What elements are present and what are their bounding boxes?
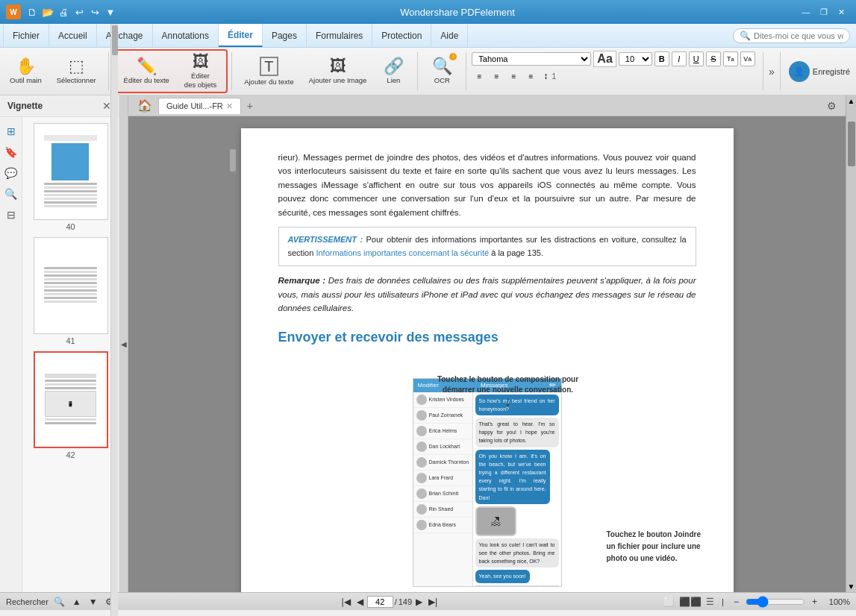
tool-group-add: T Ajouter du texte 🖼 Ajouter une Image 🔗… — [234, 49, 415, 93]
zoom-out-btn[interactable]: − — [731, 597, 741, 607]
doc-page: rieur). Messages permet de joindre des p… — [241, 128, 734, 592]
avatar-1 — [416, 395, 427, 405]
zoom-slider[interactable] — [746, 596, 805, 608]
menu-editer[interactable]: Éditer — [219, 24, 263, 47]
scroll-up-btn[interactable]: ▲ — [846, 95, 856, 107]
avatar-4 — [416, 441, 427, 452]
edit-text-btn[interactable]: ✏️ Éditer du texte — [117, 51, 176, 92]
menu-formulaires[interactable]: Formulaires — [307, 24, 372, 47]
home-tab-btn[interactable]: 🏠 — [131, 95, 158, 116]
search-side-btn[interactable]: 🔍 — [1, 184, 21, 204]
link-btn[interactable]: 🔗 Lien — [375, 51, 412, 92]
thumbnail-page-42[interactable]: 📱 42 — [34, 351, 108, 459]
ocr-label: OCR — [434, 76, 450, 84]
add-image-btn[interactable]: 🖼 Ajouter une Image — [302, 51, 374, 92]
superscript-btn[interactable]: Ta — [723, 51, 738, 66]
bookmark-btn[interactable]: 🔖 — [1, 142, 21, 162]
search-box[interactable]: 🔍 — [733, 28, 850, 43]
last-page-btn[interactable]: ▶| — [426, 597, 440, 607]
font-family-select[interactable]: Tahoma — [472, 52, 591, 66]
doc-scroll[interactable]: rieur). Messages permet de joindre des p… — [128, 116, 846, 592]
search-down-btn[interactable]: ▼ — [87, 597, 100, 607]
search-up-btn[interactable]: ▲ — [70, 597, 84, 607]
doc-tab-main[interactable]: Guide Util...-FR ✕ — [158, 98, 241, 114]
double-page-btn[interactable]: ⬛⬛ — [679, 597, 702, 607]
edit-obj-btn[interactable]: 🖼 Éditer des objets — [178, 51, 223, 92]
doc-tab-close-btn[interactable]: ✕ — [226, 101, 233, 111]
font-size-select[interactable]: 10 — [619, 52, 652, 66]
align-right-btn[interactable]: ≡ — [506, 69, 521, 84]
edit-obj-icon: 🖼 — [193, 54, 209, 70]
line-height-icon: ↕ — [543, 71, 548, 81]
iphone-input[interactable]: Envoyer — [475, 585, 559, 588]
dropdown-button[interactable]: ▼ — [104, 5, 117, 19]
caption-3: Touchez le bouton Joindre — [607, 529, 704, 541]
menu-pages[interactable]: Pages — [263, 24, 307, 47]
tool-group-ocr: ! 🔍 OCR — [420, 49, 463, 93]
notice-link[interactable]: Informations importantes concernant la s… — [316, 248, 489, 257]
italic-btn[interactable]: I — [672, 51, 687, 66]
single-page-btn[interactable]: ⬜ — [663, 597, 675, 607]
menu-fichier[interactable]: Fichier — [3, 24, 49, 47]
add-text-btn[interactable]: T Ajouter du texte — [237, 51, 301, 92]
scroll-thumb[interactable] — [848, 122, 855, 166]
menu-protection[interactable]: Protection — [372, 24, 431, 47]
zoom-in-btn[interactable]: + — [810, 597, 819, 607]
close-button[interactable]: ✕ — [834, 4, 850, 19]
strikethrough-btn[interactable]: S — [706, 51, 721, 66]
sidebar-scroll-thumb[interactable] — [112, 25, 118, 55]
bubble-5: Yeah, see you soon! — [475, 570, 530, 582]
restore-button[interactable]: ❐ — [816, 4, 832, 19]
menu-aide[interactable]: Aide — [431, 24, 468, 47]
left-scroll-handle[interactable] — [230, 149, 236, 172]
thumbnail-page-41[interactable]: 41 — [34, 237, 108, 345]
menu-bar: Fichier Accueil Affichage Annotations Éd… — [0, 24, 856, 48]
sidebar-scrollbar[interactable] — [110, 24, 118, 616]
doc-settings-btn[interactable]: ⚙ — [821, 97, 843, 115]
thumbnail-view-btn[interactable]: ⊞ — [1, 122, 21, 141]
align-left-btn[interactable]: ≡ — [472, 69, 487, 84]
print-button[interactable]: 🖨 — [57, 5, 70, 19]
menu-affichage[interactable]: Affichage — [97, 24, 153, 47]
comment-btn[interactable]: 💬 — [1, 163, 21, 183]
scroll-mode-btn[interactable]: ☰ — [706, 597, 714, 607]
doc-right-scrollbar[interactable]: ▲ ▼ — [846, 95, 856, 592]
page-separator: / — [395, 597, 397, 606]
tool-main-btn[interactable]: ✋ Outil main — [3, 51, 49, 92]
select-btn[interactable]: ⬚ Sélectionner — [50, 51, 103, 92]
align-justify-btn[interactable]: ≡ — [523, 69, 538, 84]
sidebar-header: Vignette ✕ — [0, 95, 119, 117]
doc-para-1: rieur). Messages permet de joindre des p… — [278, 151, 696, 219]
thumbnail-page-40[interactable]: 40 — [34, 123, 108, 231]
open-button[interactable]: 📂 — [41, 5, 54, 19]
bubble-2: That's great to hear. I'm so happy for y… — [475, 418, 559, 447]
menu-annotations[interactable]: Annotations — [153, 24, 219, 47]
subscript-btn[interactable]: VA — [740, 51, 755, 66]
redo-button[interactable]: ↪ — [88, 5, 101, 19]
toolbar-expand-btn[interactable]: » — [766, 66, 778, 78]
first-page-btn[interactable]: |◀ — [340, 597, 353, 607]
align-center-btn[interactable]: ≡ — [489, 69, 504, 84]
undo-button[interactable]: ↩ — [72, 5, 86, 19]
user-area[interactable]: 👤 Enregistré — [783, 49, 856, 93]
search-input[interactable] — [754, 31, 843, 40]
new-tab-btn[interactable]: + — [241, 97, 259, 115]
scroll-down-btn[interactable]: ▼ — [846, 581, 856, 592]
hand-icon: ✋ — [16, 58, 36, 75]
search-icon-btn[interactable]: 🔍 — [51, 597, 67, 607]
bold-btn[interactable]: B — [655, 51, 669, 66]
next-page-btn[interactable]: ▶ — [413, 597, 425, 607]
iphone-chat: So how's my best friend on her honeymoon… — [473, 392, 561, 587]
minimize-button[interactable]: — — [798, 4, 814, 19]
prev-page-btn[interactable]: ◀ — [354, 597, 366, 607]
new-button[interactable]: 🗋 — [25, 5, 39, 19]
layers-btn[interactable]: ⊟ — [1, 205, 21, 224]
font-row-1: Tahoma Aa 10 B I U S Ta VA — [472, 51, 757, 67]
sidebar-collapse-btn[interactable]: ◀ — [119, 95, 128, 592]
page-input[interactable] — [367, 596, 393, 608]
menu-accueil[interactable]: Accueil — [49, 24, 97, 47]
caption-arrow-down: ↓ — [434, 396, 583, 406]
ocr-btn[interactable]: ! 🔍 OCR — [423, 51, 460, 92]
status-search: Rechercher 🔍 ▲ ▼ ⚙ — [6, 597, 116, 607]
underline-btn[interactable]: U — [689, 51, 704, 66]
